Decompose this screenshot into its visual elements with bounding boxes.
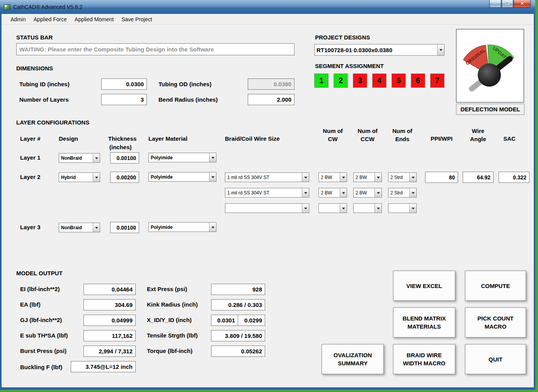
- tensile-label: Tensile Strgth (lbf): [147, 332, 197, 339]
- layer2-ccw-select-2[interactable]: 2 BW: [353, 188, 382, 198]
- chevron-down-icon[interactable]: [302, 188, 309, 197]
- chevron-down-icon[interactable]: [340, 188, 347, 197]
- status-message-field[interactable]: WAITING: Please enter the Composite Tubi…: [16, 43, 295, 55]
- layer2-material-value: Polyimide: [149, 172, 209, 181]
- number-of-layers-field[interactable]: 3: [101, 94, 147, 105]
- chevron-down-icon[interactable]: [340, 204, 347, 213]
- number-of-layers-label: Number of Layers: [19, 96, 69, 103]
- layer-configurations-label: LAYER CONFIGURATIONS: [16, 119, 89, 126]
- layer3-name: Layer 3: [20, 224, 41, 230]
- project-designs-select[interactable]: RT100728-01 0.0300x0.0380: [314, 44, 444, 56]
- torque-label: Torque (lbf-inch): [147, 348, 192, 354]
- chevron-down-icon[interactable]: [409, 188, 416, 197]
- header-num-ccw-line2: CCW: [353, 135, 382, 143]
- segment-button-3[interactable]: 3: [353, 73, 367, 88]
- chevron-down-icon[interactable]: [209, 153, 216, 162]
- segment-button-2[interactable]: 2: [334, 73, 348, 88]
- layer2-ccw-select-3[interactable]: [353, 203, 382, 213]
- chevron-down-icon[interactable]: [302, 204, 309, 213]
- header-wire-size: Braid/Coil Wire Size: [225, 135, 280, 143]
- layer2-ccw-value-3: [354, 204, 375, 213]
- layer2-cw-select-2[interactable]: 2 BW: [318, 188, 347, 198]
- project-designs-value: RT100728-01 0.0300x0.0380: [315, 44, 437, 55]
- layer2-cw-select-3[interactable]: [318, 203, 347, 213]
- ext-press-label: Ext Press (psi): [147, 286, 187, 292]
- buckling-label: Buckling F (lbf): [20, 364, 62, 370]
- layer1-thickness-field[interactable]: 0.00100: [110, 152, 139, 164]
- layer2-thickness-field[interactable]: 0.00200: [110, 172, 139, 183]
- tubing-id-field[interactable]: 0.0300: [101, 78, 147, 90]
- layer2-ends-select-2[interactable]: 2 Strd: [388, 188, 417, 198]
- maximize-button[interactable]: ❐: [502, 0, 513, 8]
- chevron-down-icon[interactable]: [375, 188, 381, 197]
- layer2-wire-size-select-2[interactable]: 1 mil rd SS 304V ST: [225, 188, 309, 198]
- layer2-material-select[interactable]: Polyimide: [148, 172, 216, 182]
- chevron-down-icon[interactable]: [93, 223, 100, 232]
- chevron-down-icon[interactable]: [209, 223, 216, 232]
- compute-button[interactable]: COMPUTE: [465, 271, 526, 301]
- layer3-design-select[interactable]: NonBraid: [59, 223, 100, 232]
- chevron-down-icon[interactable]: [93, 153, 100, 162]
- window-title: CathCAD® Advanced V5.8.2: [13, 4, 82, 10]
- braid-wire-width-macro-button[interactable]: BRAID WIRE WIDTH MACRO: [393, 344, 455, 374]
- layer2-ppi-field[interactable]: 80: [425, 172, 458, 183]
- dimensions-label: DIMENSIONS: [16, 65, 53, 72]
- minimize-button[interactable]: –: [489, 0, 501, 8]
- chevron-down-icon[interactable]: [437, 44, 444, 55]
- chevron-down-icon[interactable]: [93, 173, 100, 182]
- project-designs-label: PROJECT DESIGNS: [315, 34, 370, 41]
- layer1-design-select[interactable]: NonBraid: [59, 153, 100, 163]
- layer2-wire-size-select-3[interactable]: [225, 203, 309, 213]
- ovalization-summary-button[interactable]: OVALIZATION SUMMARY: [322, 344, 384, 374]
- chevron-down-icon[interactable]: [409, 204, 416, 213]
- layer2-design-select[interactable]: Hybrid: [59, 172, 100, 182]
- layer2-sac-field[interactable]: 0.322: [499, 172, 529, 183]
- layer1-material-select[interactable]: Polyimide: [148, 153, 216, 162]
- app-icon: [4, 4, 10, 10]
- menu-applied-force[interactable]: Applied Force: [30, 16, 71, 22]
- chevron-down-icon[interactable]: [375, 173, 381, 182]
- segment-button-5[interactable]: 5: [392, 73, 406, 88]
- layer3-material-select[interactable]: Polyimide: [148, 222, 216, 232]
- layer2-ccw-select-1[interactable]: 2 BW: [353, 172, 382, 182]
- chevron-down-icon[interactable]: [302, 173, 309, 182]
- blend-matrix-materials-button[interactable]: BLEND MATRIX MATERIALS: [393, 307, 455, 337]
- title-bar[interactable]: CathCAD® Advanced V5.8.2: [0, 0, 535, 14]
- header-ppi-wpi: PPI/WPI: [425, 135, 458, 143]
- menu-bar: Admin Applied Force Applied Moment Save …: [2, 14, 534, 25]
- chevron-down-icon[interactable]: [209, 172, 216, 181]
- layer3-material-value: Polyimide: [149, 223, 209, 232]
- segment-button-1[interactable]: 1: [314, 73, 329, 88]
- layer2-cw-select-1[interactable]: 2 BW: [318, 172, 347, 182]
- layer2-ends-select-3[interactable]: [388, 203, 417, 213]
- header-layer: Layer #: [20, 135, 41, 143]
- tensile-field: 3.809 / 19.580: [211, 330, 265, 341]
- menu-admin[interactable]: Admin: [7, 16, 30, 22]
- close-button[interactable]: ✕: [514, 0, 531, 8]
- layer2-wire-size-select-1[interactable]: 1 mil rd SS 304V ST: [225, 172, 309, 182]
- layer1-design-value: NonBraid: [59, 153, 93, 162]
- ei-label: EI (lbf-inch**2): [20, 286, 60, 292]
- layer2-ends-select-1[interactable]: 2 Strd: [388, 172, 417, 182]
- quit-button[interactable]: QUIT: [465, 344, 526, 374]
- layer2-wire-size-value-2: 1 mil rd SS 304V ST: [225, 188, 302, 197]
- layer3-thickness-field[interactable]: 0.00100: [110, 222, 139, 233]
- menu-applied-moment[interactable]: Applied Moment: [71, 16, 117, 22]
- ei-field: 0.04464: [83, 284, 136, 295]
- view-excel-button[interactable]: VIEW EXCEL: [393, 271, 455, 301]
- layer2-wire-angle-field[interactable]: 64.92: [463, 172, 494, 183]
- layer3-design-value: NonBraid: [59, 223, 93, 232]
- segment-button-6[interactable]: 6: [411, 73, 425, 88]
- segment-button-7[interactable]: 7: [430, 73, 444, 88]
- chevron-down-icon[interactable]: [409, 173, 416, 182]
- chevron-down-icon[interactable]: [375, 204, 381, 213]
- pick-count-macro-button[interactable]: PICK COUNT MACRO: [465, 307, 526, 337]
- bend-radius-field[interactable]: 2.000: [248, 94, 295, 105]
- segment-button-4[interactable]: 4: [372, 73, 386, 88]
- layer1-material-value: Polyimide: [149, 153, 209, 162]
- gj-field: 0.04999: [83, 315, 136, 326]
- chevron-down-icon[interactable]: [340, 173, 347, 182]
- menu-save-project[interactable]: Save Project: [117, 16, 156, 22]
- tubing-od-field: 0.0380: [248, 78, 295, 90]
- status-bar-label: STATUS BAR: [16, 34, 53, 41]
